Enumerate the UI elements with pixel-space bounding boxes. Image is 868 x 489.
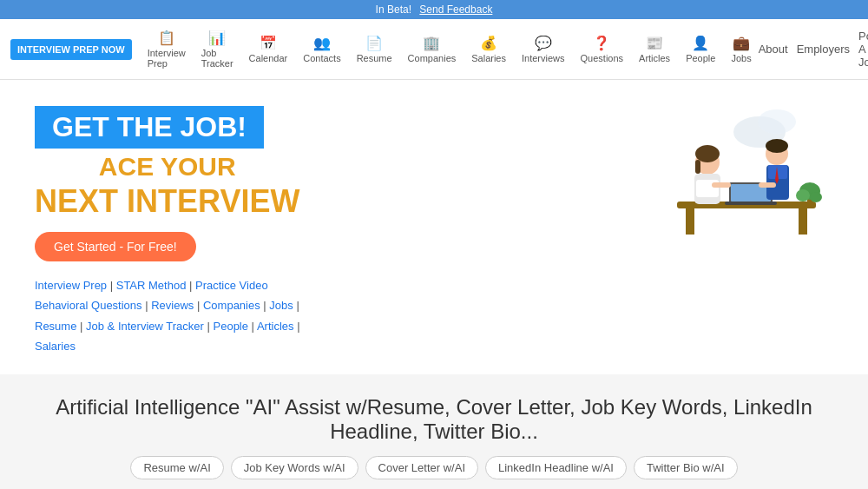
hero-link-companies[interactable]: Companies [203, 299, 260, 312]
beta-bar: In Beta! Send Feedback [0, 0, 868, 19]
svg-point-11 [695, 145, 720, 162]
nav-employers-link[interactable]: Employers [797, 43, 850, 56]
ai-tab-linkedin[interactable]: LinkedIn Headline w/AI [485, 456, 627, 479]
ai-tab-cover-letter[interactable]: Cover Letter w/AI [365, 456, 478, 479]
nav-item-people[interactable]: 👤 People [679, 31, 722, 67]
nav-label-contacts: Contacts [303, 53, 340, 63]
nav-label-interviews: Interviews [522, 53, 565, 63]
nav-item-contacts[interactable]: 👥 Contacts [296, 31, 347, 67]
jobs-icon: 💼 [733, 35, 750, 51]
nav-item-interview-prep[interactable]: 📋 Interview Prep [141, 26, 193, 72]
nav-about-link[interactable]: About [759, 43, 788, 56]
ai-tab-job-keywords[interactable]: Job Key Words w/AI [231, 456, 358, 479]
ai-tab-resume[interactable]: Resume w/AI [130, 456, 223, 479]
hero-link-jobs[interactable]: Jobs [269, 299, 293, 312]
nav-label-questions: Questions [581, 53, 624, 63]
nav-item-resume[interactable]: 📄 Resume [350, 31, 399, 67]
nav-item-jobs[interactable]: 💼 Jobs [724, 31, 758, 67]
feedback-link[interactable]: Send Feedback [419, 3, 492, 16]
hero-link-reviews[interactable]: Reviews [151, 299, 194, 312]
nav-label-jobs: Jobs [731, 53, 751, 63]
ai-section: Artificial Intelligence "AI" Assist w/Re… [0, 374, 868, 489]
nav-item-salaries[interactable]: 💰 Salaries [464, 31, 513, 67]
hero-next-interview: NEXT INTERVIEW [35, 183, 300, 220]
navbar: INTERVIEW PREP NOW 📋 Interview Prep 📊 Jo… [0, 19, 868, 80]
beta-text: In Beta! [376, 3, 411, 16]
svg-rect-4 [799, 208, 807, 235]
nav-label-salaries: Salaries [471, 53, 506, 63]
nav-items: 📋 Interview Prep 📊 Job Tracker 📅 Calenda… [141, 26, 759, 72]
ai-title: Artificial Intelligence "AI" Assist w/Re… [35, 395, 833, 444]
nav-item-job-tracker[interactable]: 📊 Job Tracker [194, 26, 240, 72]
salaries-icon: 💰 [480, 35, 497, 51]
nav-item-questions[interactable]: ❓ Questions [574, 31, 631, 67]
hero-illustration [625, 106, 833, 262]
svg-rect-13 [712, 182, 731, 188]
nav-label-people: People [686, 53, 715, 63]
nav-item-interviews[interactable]: 💬 Interviews [515, 31, 572, 67]
nav-label-articles: Articles [639, 53, 670, 63]
svg-point-18 [766, 139, 788, 153]
svg-rect-3 [686, 208, 694, 235]
nav-item-calendar[interactable]: 📅 Calendar [242, 31, 295, 67]
svg-rect-6 [725, 202, 777, 205]
nav-label-job-tracker: Job Tracker [201, 48, 233, 69]
hero-link-resume[interactable]: Resume [35, 320, 76, 333]
hero-link-job-interview-tracker[interactable]: Job & Interview Tracker [86, 320, 204, 333]
nav-right: About Employers Post A Job Sign It Up [759, 24, 868, 74]
get-started-button[interactable]: Get Started - For Free! [35, 232, 196, 261]
svg-point-23 [810, 192, 822, 202]
companies-icon: 🏢 [423, 35, 440, 51]
questions-icon: ❓ [593, 35, 610, 51]
nav-item-companies[interactable]: 🏢 Companies [401, 31, 464, 67]
interview-prep-icon: 📋 [158, 30, 175, 46]
hero-link-interview-prep[interactable]: Interview Prep [35, 279, 107, 292]
hero-link-behavioral-questions[interactable]: Behavioral Questions [35, 299, 142, 312]
hero-link-articles[interactable]: Articles [257, 320, 294, 333]
svg-rect-19 [759, 182, 776, 188]
job-tracker-icon: 📊 [208, 30, 226, 46]
nav-item-articles[interactable]: 📰 Articles [632, 31, 677, 67]
hero-content: GET THE JOB! ACE YOUR NEXT INTERVIEW Get… [17, 106, 300, 357]
hero-section: GET THE JOB! ACE YOUR NEXT INTERVIEW Get… [0, 80, 868, 374]
resume-icon: 📄 [365, 35, 383, 51]
hero-link-practice-video[interactable]: Practice Video [195, 279, 268, 292]
interviews-icon: 💬 [535, 35, 552, 51]
nav-label-interview-prep: Interview Prep [148, 48, 186, 69]
svg-point-22 [796, 189, 810, 202]
svg-point-1 [758, 109, 796, 134]
articles-icon: 📰 [646, 35, 663, 51]
ai-tabs: Resume w/AI Job Key Words w/AI Cover Let… [35, 456, 833, 479]
hero-link-salaries[interactable]: Salaries [35, 340, 76, 353]
people-icon: 👤 [692, 35, 709, 51]
hero-link-people[interactable]: People [214, 320, 248, 333]
calendar-icon: 📅 [260, 35, 277, 51]
contacts-icon: 👥 [313, 35, 331, 51]
hero-ace-your: ACE YOUR [35, 152, 300, 182]
ai-tab-twitter[interactable]: Twitter Bio w/AI [634, 456, 738, 479]
nav-post-job-link[interactable]: Post A Job [858, 30, 868, 69]
nav-brand[interactable]: INTERVIEW PREP NOW [10, 39, 132, 60]
hero-link-star-method[interactable]: STAR Method [116, 279, 187, 292]
nav-label-calendar: Calendar [249, 53, 288, 63]
nav-label-resume: Resume [357, 53, 392, 63]
svg-rect-12 [695, 160, 700, 174]
hero-get-the-job: GET THE JOB! [35, 106, 264, 149]
hero-links: Interview Prep | STAR Method | Practice … [35, 275, 300, 357]
nav-label-companies: Companies [408, 53, 457, 63]
